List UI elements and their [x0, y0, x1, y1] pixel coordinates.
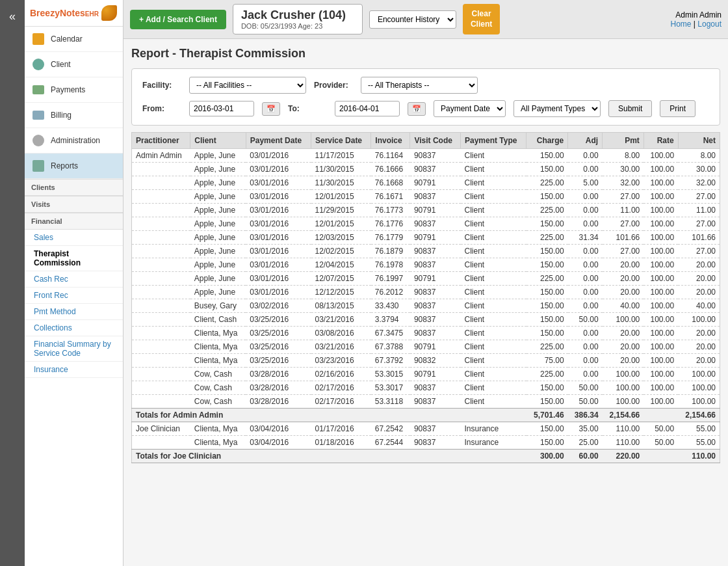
client-dob: DOB: 05/23/1993 Age: 23 — [241, 22, 354, 30]
home-link[interactable]: Home — [670, 20, 691, 29]
table-row: Clienta, Mya03/25/201603/23/201667.37929… — [132, 354, 720, 368]
nav-link-insurance[interactable]: Insurance — [25, 362, 123, 378]
col-pmt: Pmt — [603, 133, 644, 149]
logo-area: BreezyNotesEHR — [25, 0, 123, 27]
nav-link-sales[interactable]: Sales — [25, 230, 123, 246]
client-info-box: Jack Crusher (104) DOB: 05/23/1993 Age: … — [233, 4, 363, 34]
provider-select[interactable]: -- All Therapists -- — [361, 77, 478, 94]
to-label: To: — [288, 104, 327, 113]
nav-payments-label: Payments — [51, 85, 85, 94]
col-charge: Charge — [526, 133, 568, 149]
nav-link-front-rec[interactable]: Front Rec — [25, 288, 123, 304]
table-row: Cow, Cash03/28/201602/17/201653.31189083… — [132, 395, 720, 409]
nav-reports-label: Reports — [51, 161, 78, 170]
table-row: Apple, June03/01/201611/30/201576.166690… — [132, 163, 720, 176]
administration-icon — [31, 133, 46, 148]
col-visit-code: Visit Code — [410, 133, 461, 149]
print-button[interactable]: Print — [660, 100, 696, 117]
payments-icon — [31, 83, 46, 97]
table-row: Admin AdminApple, June03/01/201611/17/20… — [132, 149, 720, 163]
payment-types-dropdown[interactable]: All Payment Types — [514, 100, 601, 117]
table-row: Cow, Cash03/28/201602/17/201653.30179083… — [132, 381, 720, 395]
admin-name: Admin Admin — [675, 10, 722, 20]
nav-billing[interactable]: Billing — [25, 103, 123, 128]
col-payment-type: Payment Type — [461, 133, 526, 149]
from-date-input[interactable] — [189, 101, 254, 116]
table-row: Totals for Joe Clinician300.0060.00220.0… — [132, 450, 720, 463]
facility-label: Facility: — [142, 81, 181, 90]
from-calendar-button[interactable]: 📅 — [262, 102, 280, 116]
nav-link-pmt-method[interactable]: Pmt Method — [25, 304, 123, 320]
nav-section-financial: Financial — [25, 213, 123, 230]
filter-row-1: Facility: -- All Facilities -- Provider:… — [142, 77, 709, 94]
table-row: Apple, June03/01/201611/30/201576.166890… — [132, 176, 720, 190]
filter-panel: Facility: -- All Facilities -- Provider:… — [131, 68, 720, 126]
table-row: Client, Cash03/25/201603/21/20163.379490… — [132, 313, 720, 327]
nav-administration-label: Administration — [51, 136, 100, 145]
nav-calendar[interactable]: Calendar — [25, 27, 123, 52]
table-row: Cow, Cash03/28/201602/16/201653.30159079… — [132, 368, 720, 381]
nav-administration[interactable]: Administration — [25, 128, 123, 154]
logo-text: BreezyNotesEHR — [30, 8, 99, 18]
filter-row-2: From: 📅 To: 📅 Payment Date All Payment T… — [142, 100, 709, 117]
col-service-date: Service Date — [311, 133, 371, 149]
clear-client-button[interactable]: ClearClient — [463, 4, 500, 34]
admin-info: Admin Admin Home | Logout — [670, 10, 722, 29]
page-content: Report - Therapist Commission Facility: … — [124, 39, 728, 566]
nav-client[interactable]: Client — [25, 52, 123, 77]
client-icon — [31, 57, 46, 72]
col-practitioner: Practitioner — [132, 133, 190, 149]
table-row: Apple, June03/01/201612/01/201576.167190… — [132, 190, 720, 204]
chevron-left-icon[interactable]: « — [9, 10, 16, 23]
submit-button[interactable]: Submit — [608, 100, 652, 117]
table-row: Apple, June03/01/201611/29/201576.177390… — [132, 204, 720, 217]
table-row: Apple, June03/01/201612/12/201576.201290… — [132, 286, 720, 299]
nav-link-therapist-commission[interactable]: Therapist Commission — [25, 246, 123, 271]
col-rate: Rate — [644, 133, 678, 149]
to-date-input[interactable] — [335, 101, 400, 116]
nav-payments[interactable]: Payments — [25, 77, 123, 103]
logo-leaf-icon — [101, 5, 117, 21]
table-row: Totals for Admin Admin5,701.46386.342,15… — [132, 409, 720, 422]
client-name: Jack Crusher (104) — [241, 8, 354, 22]
reports-icon — [31, 159, 46, 173]
table-row: Apple, June03/01/201612/03/201576.177990… — [132, 231, 720, 245]
nav-reports[interactable]: Reports — [25, 154, 123, 179]
facility-select[interactable]: -- All Facilities -- — [189, 77, 306, 94]
page-title: Report - Therapist Commission — [131, 47, 720, 61]
nav-client-label: Client — [51, 60, 71, 69]
nav-link-cash-rec[interactable]: Cash Rec — [25, 271, 123, 288]
report-table: Practitioner Client Payment Date Service… — [131, 132, 720, 463]
col-client: Client — [190, 133, 246, 149]
main-area: + Add / Search Client Jack Crusher (104)… — [124, 0, 728, 566]
col-invoice: Invoice — [371, 133, 410, 149]
to-calendar-button[interactable]: 📅 — [408, 102, 426, 116]
encounter-dropdown[interactable]: Encounter History — [369, 10, 456, 29]
payment-date-dropdown[interactable]: Payment Date — [434, 100, 506, 117]
nav-link-collections[interactable]: Collections — [25, 320, 123, 336]
col-adj: Adj — [568, 133, 603, 149]
table-row: Apple, June03/01/201612/02/201576.187990… — [132, 245, 720, 258]
logout-link[interactable]: Logout — [697, 20, 722, 29]
table-row: Apple, June03/01/201612/07/201576.199790… — [132, 272, 720, 286]
billing-icon — [31, 108, 46, 122]
top-bar: + Add / Search Client Jack Crusher (104)… — [124, 0, 728, 39]
left-navigation: BreezyNotesEHR Calendar Client Payments … — [25, 0, 124, 566]
add-search-button[interactable]: + Add / Search Client — [130, 10, 226, 29]
table-row: Clienta, Mya03/04/201601/18/201667.25449… — [132, 436, 720, 450]
table-row: Clienta, Mya03/25/201603/21/201667.37889… — [132, 340, 720, 354]
nav-section-visits: Visits — [25, 196, 123, 213]
nav-link-financial-summary[interactable]: Financial Summary by Service Code — [25, 336, 123, 362]
sidebar-toggle[interactable]: « — [0, 0, 25, 566]
from-label: From: — [142, 104, 181, 113]
calendar-icon — [31, 32, 46, 46]
table-row: Apple, June03/01/201612/01/201576.177690… — [132, 217, 720, 231]
table-row: Busey, Gary03/02/201608/13/201533.430908… — [132, 299, 720, 313]
nav-calendar-label: Calendar — [51, 34, 83, 44]
table-row: Apple, June03/01/201612/04/201576.197890… — [132, 258, 720, 272]
table-header-row: Practitioner Client Payment Date Service… — [132, 133, 720, 149]
nav-billing-label: Billing — [51, 111, 72, 120]
col-payment-date: Payment Date — [246, 133, 311, 149]
nav-section-clients: Clients — [25, 179, 123, 196]
provider-label: Provider: — [314, 81, 353, 90]
